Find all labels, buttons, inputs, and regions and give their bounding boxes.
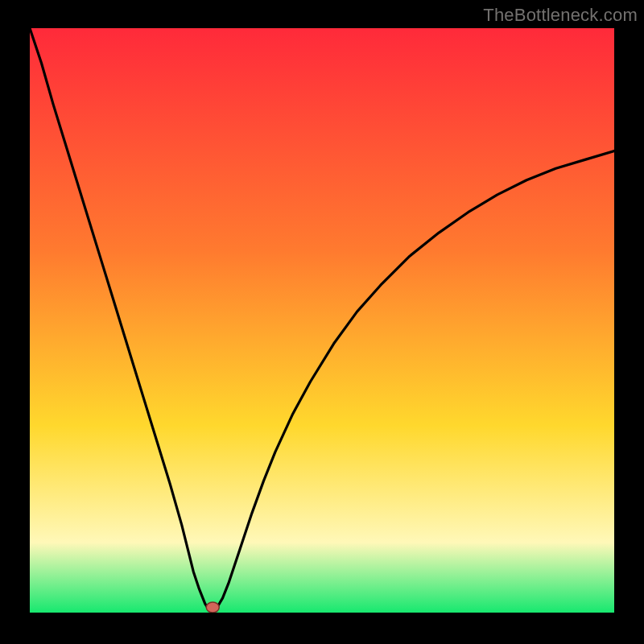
chart-svg xyxy=(30,28,614,613)
chart-frame: TheBottleneck.com xyxy=(0,0,644,644)
plot-area xyxy=(30,28,614,613)
minimum-marker xyxy=(206,602,219,613)
attribution-label: TheBottleneck.com xyxy=(483,5,638,26)
gradient-background xyxy=(30,28,614,613)
